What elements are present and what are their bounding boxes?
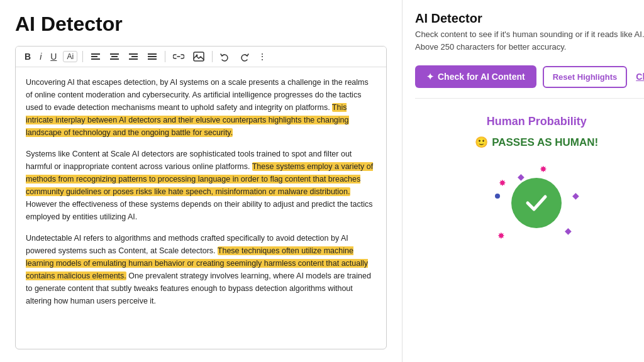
right-panel-title: AI Detector — [415, 11, 644, 26]
clear-button[interactable]: Clear — [636, 72, 644, 82]
star-deco-1: ✸ — [540, 164, 547, 174]
align-left-button[interactable] — [88, 50, 103, 63]
sparkle-icon: ✦ — [426, 72, 434, 82]
human-probability-section: Human Probability 🙂 PASSES AS HUMAN! ✸ ✸… — [415, 109, 644, 253]
toolbar-separator-1 — [82, 51, 83, 62]
editor-toolbar: B i U Ai — [16, 47, 386, 67]
svg-rect-6 — [129, 53, 138, 55]
undo-button[interactable] — [218, 50, 233, 63]
svg-rect-2 — [91, 58, 100, 60]
diamond-deco-1: ◆ — [518, 172, 525, 182]
align-right-button[interactable] — [126, 50, 141, 63]
bold-button[interactable]: B — [22, 50, 33, 63]
justify-button[interactable] — [145, 50, 160, 63]
right-panel: AI Detector Check content to see if it's… — [402, 0, 644, 362]
svg-rect-9 — [148, 53, 157, 55]
smiley-icon: 🙂 — [475, 136, 488, 149]
link-button[interactable] — [170, 51, 187, 62]
check-content-button[interactable]: ✦ Check for AI Content — [415, 65, 536, 88]
page-title: AI Detector — [15, 13, 387, 36]
paragraph-1: Uncovering AI that escapes detection, by… — [26, 76, 376, 139]
action-row: ✦ Check for AI Content Reset Highlights … — [415, 65, 644, 88]
toolbar-separator-3 — [212, 51, 213, 62]
svg-rect-3 — [110, 53, 119, 55]
divider — [415, 98, 644, 99]
reset-highlights-button[interactable]: Reset Highlights — [543, 66, 628, 88]
checkmark-container: ✸ ✸ ✸ ◆ ◆ ◆ — [486, 159, 587, 247]
left-panel: AI Detector B i U Ai — [0, 0, 402, 362]
paragraph-3: Undetectable AI refers to algorithms and… — [26, 232, 376, 307]
svg-rect-11 — [148, 58, 157, 60]
editor-container: B i U Ai — [15, 46, 387, 349]
svg-rect-7 — [131, 56, 138, 57]
paragraph-2-text-after: However the effectiveness of these syste… — [26, 200, 372, 221]
human-probability-title: Human Probability — [487, 115, 587, 128]
dot-blue-1 — [495, 194, 500, 199]
image-button[interactable] — [191, 50, 207, 63]
italic-button[interactable]: i — [37, 50, 44, 63]
paragraph-1-text: Uncovering AI that escapes detection, by… — [26, 78, 369, 112]
svg-rect-4 — [111, 56, 118, 57]
diamond-deco-3: ◆ — [565, 226, 572, 236]
checkmark-circle — [511, 178, 562, 228]
align-center-button[interactable] — [107, 50, 122, 63]
underline-button[interactable]: U — [48, 50, 59, 63]
toolbar-separator-2 — [165, 51, 165, 62]
redo-button[interactable] — [236, 50, 252, 63]
star-deco-3: ✸ — [497, 231, 505, 241]
passes-human-label: 🙂 PASSES AS HUMAN! — [475, 136, 598, 149]
diamond-deco-2: ◆ — [572, 190, 579, 200]
star-deco-2: ✸ — [499, 178, 506, 188]
svg-rect-0 — [91, 53, 100, 55]
ai-text-button[interactable]: Ai — [63, 51, 77, 62]
svg-rect-1 — [91, 56, 97, 57]
editor-content[interactable]: Uncovering AI that escapes detection, by… — [16, 67, 386, 349]
svg-rect-10 — [148, 56, 157, 57]
checkmark-svg — [523, 189, 550, 217]
svg-rect-8 — [129, 58, 138, 60]
right-panel-header: AI Detector Check content to see if it's… — [415, 11, 644, 58]
svg-rect-5 — [110, 58, 119, 60]
right-panel-description: Check content to see if it's human sound… — [415, 28, 644, 53]
more-options-button[interactable]: ⋮ — [255, 50, 269, 63]
paragraph-2: Systems like Content at Scale AI detecto… — [26, 148, 376, 223]
